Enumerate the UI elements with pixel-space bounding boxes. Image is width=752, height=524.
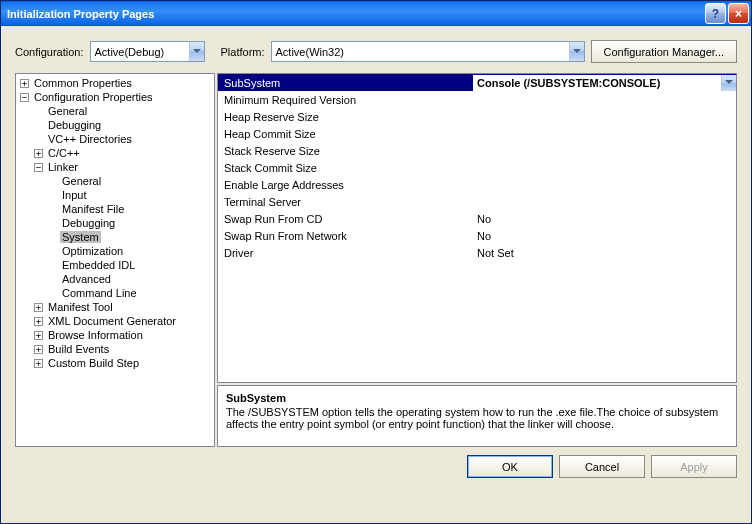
window-title: Initialization Property Pages	[7, 8, 703, 20]
platform-combo[interactable]: Active(Win32)	[271, 41, 585, 62]
property-value[interactable]: No	[473, 230, 736, 242]
platform-label: Platform:	[221, 46, 265, 58]
plus-icon[interactable]: +	[34, 303, 43, 312]
tree-item-linker-optimization[interactable]: Optimization	[60, 245, 125, 257]
chevron-down-icon[interactable]	[721, 75, 736, 91]
property-row[interactable]: Enable Large Addresses	[218, 176, 736, 193]
property-value[interactable]: No	[473, 213, 736, 225]
property-name: Stack Reserve Size	[218, 145, 473, 157]
apply-button[interactable]: Apply	[651, 455, 737, 478]
configuration-manager-button[interactable]: Configuration Manager...	[591, 40, 737, 63]
property-name: Swap Run From CD	[218, 213, 473, 225]
tree-item-debugging[interactable]: Debugging	[46, 119, 103, 131]
configuration-label: Configuration:	[15, 46, 84, 58]
property-row[interactable]: Swap Run From CDNo	[218, 210, 736, 227]
tree-item-manifest-tool[interactable]: Manifest Tool	[46, 301, 115, 313]
property-row[interactable]: Terminal Server	[218, 193, 736, 210]
ok-button[interactable]: OK	[467, 455, 553, 478]
tree-item-linker-manifest[interactable]: Manifest File	[60, 203, 126, 215]
minus-icon[interactable]: −	[20, 93, 29, 102]
configuration-value: Active(Debug)	[91, 44, 189, 60]
property-name: Heap Reserve Size	[218, 111, 473, 123]
description-panel: SubSystem The /SUBSYSTEM option tells th…	[217, 385, 737, 447]
tree-item-linker-system[interactable]: System	[60, 231, 101, 243]
tree-item-custom-build[interactable]: Custom Build Step	[46, 357, 141, 369]
property-value[interactable]: Console (/SUBSYSTEM:CONSOLE)	[477, 77, 721, 89]
tree-item-linker-input[interactable]: Input	[60, 189, 88, 201]
property-name: SubSystem	[218, 77, 473, 89]
property-row[interactable]: Heap Commit Size	[218, 125, 736, 142]
titlebar: Initialization Property Pages ? ×	[1, 1, 751, 26]
property-row[interactable]: Swap Run From NetworkNo	[218, 227, 736, 244]
property-row-subsystem[interactable]: SubSystem Console (/SUBSYSTEM:CONSOLE)	[218, 74, 736, 91]
plus-icon[interactable]: +	[34, 149, 43, 158]
property-value[interactable]: Not Set	[473, 247, 736, 259]
property-row[interactable]: Heap Reserve Size	[218, 108, 736, 125]
tree-item-linker-general[interactable]: General	[60, 175, 103, 187]
chevron-down-icon[interactable]	[569, 42, 584, 61]
tree-item-configuration-properties[interactable]: Configuration Properties	[32, 91, 155, 103]
property-grid[interactable]: SubSystem Console (/SUBSYSTEM:CONSOLE) M…	[217, 73, 737, 383]
close-button[interactable]: ×	[728, 3, 749, 24]
plus-icon[interactable]: +	[20, 79, 29, 88]
tree-item-linker-debugging[interactable]: Debugging	[60, 217, 117, 229]
property-name: Enable Large Addresses	[218, 179, 473, 191]
property-name: Minimum Required Version	[218, 94, 473, 106]
help-button[interactable]: ?	[705, 3, 726, 24]
property-name: Terminal Server	[218, 196, 473, 208]
property-name: Stack Commit Size	[218, 162, 473, 174]
description-title: SubSystem	[226, 392, 728, 404]
tree-item-general[interactable]: General	[46, 105, 89, 117]
property-name: Heap Commit Size	[218, 128, 473, 140]
plus-icon[interactable]: +	[34, 359, 43, 368]
chevron-down-icon[interactable]	[189, 42, 204, 61]
tree-item-linker-advanced[interactable]: Advanced	[60, 273, 113, 285]
cancel-button[interactable]: Cancel	[559, 455, 645, 478]
property-row[interactable]: Stack Commit Size	[218, 159, 736, 176]
minus-icon[interactable]: −	[34, 163, 43, 172]
plus-icon[interactable]: +	[34, 345, 43, 354]
tree-item-xml-generator[interactable]: XML Document Generator	[46, 315, 178, 327]
property-row[interactable]: DriverNot Set	[218, 244, 736, 261]
tree-item-linker-cmdline[interactable]: Command Line	[60, 287, 139, 299]
platform-value: Active(Win32)	[272, 44, 569, 60]
plus-icon[interactable]: +	[34, 317, 43, 326]
tree-item-cpp[interactable]: C/C++	[46, 147, 82, 159]
tree-item-browse-info[interactable]: Browse Information	[46, 329, 145, 341]
description-text: The /SUBSYSTEM option tells the operatin…	[226, 406, 728, 430]
property-row[interactable]: Minimum Required Version	[218, 91, 736, 108]
property-name: Driver	[218, 247, 473, 259]
configuration-combo[interactable]: Active(Debug)	[90, 41, 205, 62]
plus-icon[interactable]: +	[34, 331, 43, 340]
tree-item-linker[interactable]: Linker	[46, 161, 80, 173]
property-name: Swap Run From Network	[218, 230, 473, 242]
tree-item-linker-embedded-idl[interactable]: Embedded IDL	[60, 259, 137, 271]
property-row[interactable]: Stack Reserve Size	[218, 142, 736, 159]
tree-view[interactable]: +Common Properties −Configuration Proper…	[15, 73, 215, 447]
tree-item-build-events[interactable]: Build Events	[46, 343, 111, 355]
tree-item-vc-directories[interactable]: VC++ Directories	[46, 133, 134, 145]
tree-item-common-properties[interactable]: Common Properties	[32, 77, 134, 89]
